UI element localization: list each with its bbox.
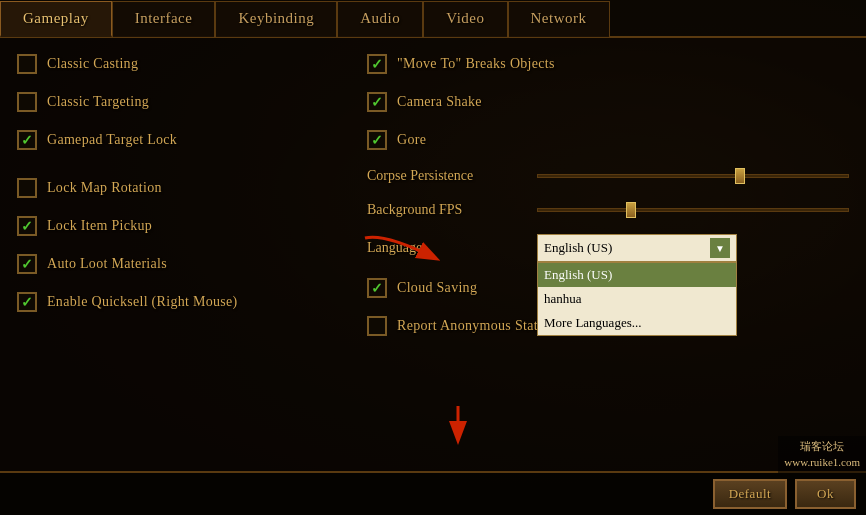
- watermark-line2: www.ruike1.com: [784, 455, 860, 470]
- checkbox-lock-item-pickup[interactable]: [17, 216, 37, 236]
- checkbox-auto-loot-materials[interactable]: [17, 254, 37, 274]
- label-language: Language: [367, 240, 527, 256]
- label-background-fps: Background FPS: [367, 202, 527, 218]
- label-classic-targeting: Classic Targeting: [47, 94, 149, 110]
- checkbox-classic-targeting[interactable]: [17, 92, 37, 112]
- ok-button[interactable]: Ok: [795, 479, 856, 509]
- tab-bar: Gameplay Interface Keybinding Audio Vide…: [0, 0, 866, 38]
- dropdown-header-language[interactable]: English (US) ▼: [537, 234, 737, 262]
- tab-interface[interactable]: Interface: [112, 1, 216, 37]
- checkbox-move-to-breaks[interactable]: [367, 54, 387, 74]
- tab-video[interactable]: Video: [423, 1, 507, 37]
- slider-row-fps: Background FPS: [365, 196, 851, 224]
- dropdown-item-more-languages[interactable]: More Languages...: [538, 311, 736, 335]
- option-camera-shake: Camera Shake: [365, 86, 851, 118]
- right-column: "Move To" Breaks Objects Camera Shake Go…: [355, 48, 851, 461]
- dropdown-item-hanhua[interactable]: hanhua: [538, 287, 736, 311]
- option-classic-targeting: Classic Targeting: [15, 86, 355, 118]
- dropdown-item-en-us[interactable]: English (US): [538, 263, 736, 287]
- option-gamepad-target-lock: Gamepad Target Lock: [15, 124, 355, 156]
- label-enable-quicksell: Enable Quicksell (Right Mouse): [47, 294, 238, 310]
- tab-network[interactable]: Network: [508, 1, 610, 37]
- watermark: 瑞客论坛 www.ruike1.com: [778, 436, 866, 473]
- label-cloud-saving: Cloud Saving: [397, 280, 477, 296]
- checkbox-enable-quicksell[interactable]: [17, 292, 37, 312]
- option-lock-map-rotation: Lock Map Rotation: [15, 172, 355, 204]
- default-button[interactable]: Default: [713, 479, 787, 509]
- option-lock-item-pickup: Lock Item Pickup: [15, 210, 355, 242]
- label-move-to-breaks: "Move To" Breaks Objects: [397, 56, 555, 72]
- label-gore: Gore: [397, 132, 426, 148]
- language-row: Language English (US) ▼ English (US) han…: [365, 230, 851, 266]
- tab-gameplay[interactable]: Gameplay: [0, 1, 112, 37]
- watermark-line1: 瑞客论坛: [784, 439, 860, 454]
- slider-thumb-fps[interactable]: [626, 202, 636, 218]
- slider-corpse-persistence[interactable]: [537, 174, 849, 178]
- bottom-bar: Default Ok: [0, 471, 866, 515]
- label-camera-shake: Camera Shake: [397, 94, 482, 110]
- slider-thumb-corpse[interactable]: [735, 168, 745, 184]
- checkbox-gore[interactable]: [367, 130, 387, 150]
- checkbox-lock-map-rotation[interactable]: [17, 178, 37, 198]
- checkbox-gamepad-target-lock[interactable]: [17, 130, 37, 150]
- label-auto-loot-materials: Auto Loot Materials: [47, 256, 167, 272]
- option-enable-quicksell: Enable Quicksell (Right Mouse): [15, 286, 355, 318]
- checkbox-classic-casting[interactable]: [17, 54, 37, 74]
- checkbox-report-stats[interactable]: [367, 316, 387, 336]
- label-lock-map-rotation: Lock Map Rotation: [47, 180, 162, 196]
- option-auto-loot-materials: Auto Loot Materials: [15, 248, 355, 280]
- checkbox-cloud-saving[interactable]: [367, 278, 387, 298]
- option-gore: Gore: [365, 124, 851, 156]
- dropdown-selected-language: English (US): [544, 240, 612, 256]
- dropdown-arrow-language[interactable]: ▼: [710, 238, 730, 258]
- dropdown-list-language: English (US) hanhua More Languages...: [537, 262, 737, 336]
- option-classic-casting: Classic Casting: [15, 48, 355, 80]
- left-column: Classic Casting Classic Targeting Gamepa…: [15, 48, 355, 461]
- label-classic-casting: Classic Casting: [47, 56, 138, 72]
- label-gamepad-target-lock: Gamepad Target Lock: [47, 132, 177, 148]
- tab-audio[interactable]: Audio: [337, 1, 423, 37]
- tab-keybinding[interactable]: Keybinding: [215, 1, 337, 37]
- option-move-to-breaks: "Move To" Breaks Objects: [365, 48, 851, 80]
- label-lock-item-pickup: Lock Item Pickup: [47, 218, 152, 234]
- label-corpse-persistence: Corpse Persistence: [367, 168, 527, 184]
- checkbox-camera-shake[interactable]: [367, 92, 387, 112]
- slider-row-corpse: Corpse Persistence: [365, 162, 851, 190]
- language-dropdown[interactable]: English (US) ▼ English (US) hanhua More …: [537, 234, 737, 262]
- slider-background-fps[interactable]: [537, 208, 849, 212]
- content-area: Classic Casting Classic Targeting Gamepa…: [0, 38, 866, 471]
